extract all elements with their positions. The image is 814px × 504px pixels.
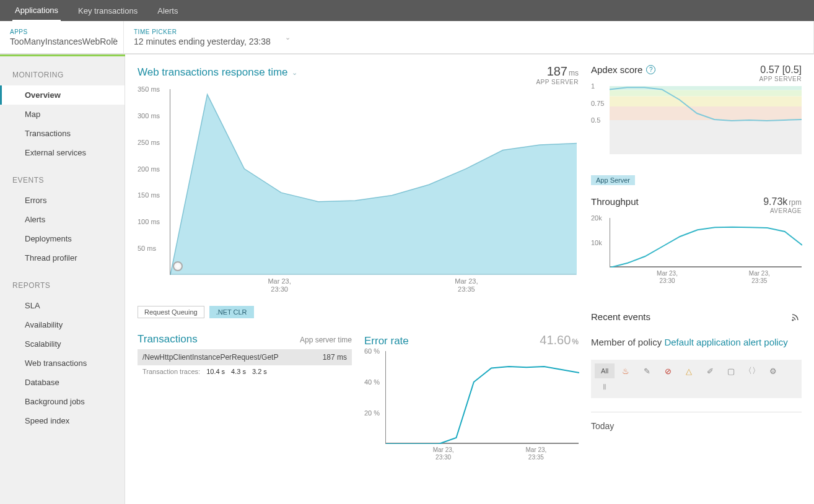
- sidebar-item-database[interactable]: Database: [0, 373, 125, 392]
- sidebar-item-sla[interactable]: SLA: [0, 296, 125, 315]
- note-icon[interactable]: ✐: [700, 363, 720, 378]
- rss-icon[interactable]: [790, 311, 802, 322]
- sidebar-item-errors[interactable]: Errors: [0, 191, 125, 210]
- gear-icon[interactable]: ⚙: [763, 363, 783, 378]
- eraser-icon[interactable]: ✎: [637, 363, 657, 378]
- transaction-time: 187 ms: [323, 353, 347, 362]
- throughput-panel: Throughput 9.73krpm AVERAGE 10k20k Mar 2…: [591, 196, 802, 292]
- recent-events-panel: Recent events Member of policy Default a…: [591, 311, 802, 431]
- filter-all[interactable]: All: [595, 363, 615, 378]
- chart-plot-area[interactable]: [170, 89, 576, 275]
- apdex-sub: APP SERVER: [759, 76, 802, 82]
- svg-rect-1: [610, 90, 802, 97]
- code-icon[interactable]: 〈〉: [742, 363, 762, 378]
- throughput-sub: AVERAGE: [763, 207, 802, 214]
- topnav-tab-key-transactions[interactable]: Key transactions: [76, 1, 140, 20]
- response-time-sub: APP SERVER: [536, 79, 579, 85]
- app-picker-label: APPS: [10, 28, 113, 35]
- chart-plot-area[interactable]: [385, 351, 579, 444]
- error-rate-value: 41.60: [540, 333, 571, 347]
- help-icon[interactable]: ?: [646, 65, 655, 74]
- response-time-unit: ms: [569, 69, 579, 77]
- chart-y-axis: 50 ms100 ms150 ms200 ms250 ms300 ms350 m…: [138, 89, 170, 275]
- chevron-down-icon: ⌄: [292, 69, 297, 77]
- svg-rect-4: [610, 120, 802, 154]
- top-nav: Applications Key transactions Alerts: [0, 0, 814, 21]
- app-picker[interactable]: APPS TooManyInstancesWebRole ⌄: [0, 21, 124, 53]
- trace-value[interactable]: 3.2 s: [252, 368, 267, 375]
- sidebar-item-overview[interactable]: Overview: [0, 85, 125, 105]
- event-filter-bar: All ♨ ✎ ⊘ △ ✐ ▢ 〈〉 ⚙ ⫴: [591, 360, 802, 398]
- sidebar-item-scalability[interactable]: Scalability: [0, 334, 125, 354]
- svg-rect-0: [610, 86, 802, 90]
- time-picker-value: 12 minutes ending yesterday, 23:38: [134, 37, 803, 46]
- app-picker-value: TooManyInstancesWebRole: [10, 37, 113, 46]
- circle-x-icon[interactable]: ⊘: [658, 363, 678, 378]
- transaction-traces: Transaction traces: 10.4 s 4.3 s 3.2 s: [138, 365, 352, 378]
- error-rate-chart[interactable]: 20 %40 %60 % Mar 23,23:30Mar 23,23:35: [364, 351, 579, 469]
- throughput-value: 9.73k: [763, 196, 787, 207]
- selector-bar: APPS TooManyInstancesWebRole ⌄ TIME PICK…: [0, 21, 814, 54]
- sidebar-item-map[interactable]: Map: [0, 105, 125, 124]
- sidebar-item-alerts[interactable]: Alerts: [0, 210, 125, 229]
- time-picker[interactable]: TIME PICKER 12 minutes ending yesterday,…: [124, 21, 814, 53]
- flame-icon[interactable]: ♨: [616, 363, 636, 378]
- policy-prefix: Member of policy: [591, 337, 664, 347]
- trace-value[interactable]: 10.4 s: [206, 368, 225, 375]
- chevron-down-icon: ⌄: [112, 33, 117, 41]
- apdex-value: 0.57 [0.5]: [760, 64, 802, 75]
- sidebar-item-thread-profiler[interactable]: Thread profiler: [0, 248, 125, 267]
- sidebar-item-web-transactions[interactable]: Web transactions: [0, 354, 125, 373]
- sidebar-item-external-services[interactable]: External services: [0, 143, 125, 162]
- throughput-title[interactable]: Throughput: [591, 196, 639, 207]
- chart-x-axis: Mar 23,23:30Mar 23,23:35: [170, 276, 576, 301]
- apdex-title: Apdex score: [591, 64, 642, 75]
- transactions-sub: App server time: [300, 336, 352, 344]
- health-bar: [0, 54, 125, 56]
- legend-net-clr[interactable]: .NET CLR: [209, 306, 254, 318]
- chart-plot-area[interactable]: [610, 218, 802, 267]
- policy-link[interactable]: Default application alert policy: [664, 337, 787, 347]
- sidebar-item-speed-index[interactable]: Speed index: [0, 411, 125, 430]
- transactions-panel: Transactions App server time /NewHttpCli…: [138, 333, 352, 469]
- bar-chart-icon[interactable]: ⫴: [595, 380, 615, 394]
- sidebar-item-background-jobs[interactable]: Background jobs: [0, 392, 125, 411]
- transaction-row[interactable]: /NewHttpClientInstancePerRequest/GetP 18…: [138, 349, 352, 365]
- monitor-icon[interactable]: ▢: [721, 363, 741, 378]
- recent-events-title: Recent events: [591, 311, 650, 322]
- legend-request-queuing[interactable]: Request Queuing: [138, 306, 204, 318]
- response-time-value: 187: [547, 64, 567, 78]
- trace-value[interactable]: 4.3 s: [231, 368, 246, 375]
- sidebar-section-events: EVENTS: [0, 170, 125, 191]
- transactions-title[interactable]: Transactions: [138, 333, 198, 345]
- apdex-chart[interactable]: 0.50.751: [591, 86, 802, 173]
- traces-label: Transaction traces:: [142, 368, 200, 375]
- zoom-icon[interactable]: [173, 261, 183, 271]
- sidebar-item-transactions[interactable]: Transactions: [0, 124, 125, 143]
- response-time-title-button[interactable]: Web transactions response time ⌄: [138, 66, 297, 79]
- error-rate-panel: Error rate 41.60% 20 %40 %60 % Mar 23,23…: [364, 333, 579, 469]
- response-time-title: Web transactions response time: [138, 66, 288, 79]
- response-time-chart[interactable]: 50 ms100 ms150 ms200 ms250 ms300 ms350 m…: [138, 89, 576, 300]
- topnav-tab-alerts[interactable]: Alerts: [155, 1, 180, 20]
- chart-plot-area[interactable]: [610, 86, 802, 154]
- topnav-tab-applications[interactable]: Applications: [12, 1, 61, 21]
- sidebar-section-reports: REPORTS: [0, 275, 125, 296]
- error-rate-title[interactable]: Error rate: [364, 335, 409, 347]
- apdex-series-pill[interactable]: App Server: [591, 175, 635, 185]
- warning-icon[interactable]: △: [679, 363, 699, 378]
- time-picker-label: TIME PICKER: [134, 28, 803, 35]
- throughput-chart[interactable]: 10k20k Mar 23,23:30Mar 23,23:35: [591, 218, 802, 292]
- sidebar-item-availability[interactable]: Availability: [0, 315, 125, 334]
- sidebar-item-deployments[interactable]: Deployments: [0, 229, 125, 248]
- main-content: Web transactions response time ⌄ 187ms A…: [125, 54, 814, 504]
- events-today-heading: Today: [591, 412, 802, 431]
- throughput-svg: [610, 218, 802, 267]
- error-rate-svg: [386, 351, 579, 444]
- transaction-path: /NewHttpClientInstancePerRequest/GetP: [142, 353, 278, 362]
- sidebar-section-monitoring: MONITORING: [0, 64, 125, 85]
- response-time-metric: 187ms APP SERVER: [536, 64, 579, 85]
- chevron-down-icon: ⌄: [285, 33, 291, 41]
- error-rate-unit: %: [572, 337, 579, 346]
- response-time-header: Web transactions response time ⌄ 187ms A…: [138, 64, 579, 85]
